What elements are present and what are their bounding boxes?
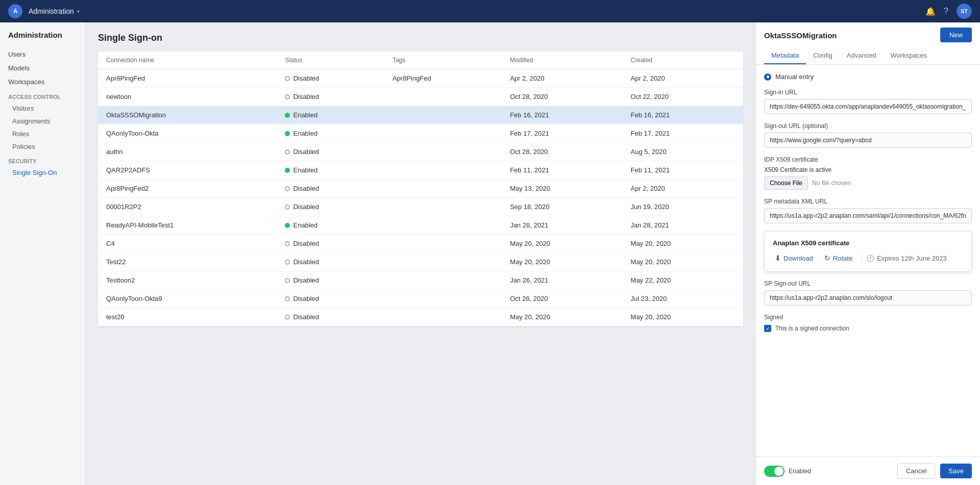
table-row[interactable]: test20 Disabled May 20, 2020 May 20, 202… — [98, 308, 743, 326]
status-text: Enabled — [293, 130, 317, 137]
cell-tags — [384, 253, 502, 271]
table-row[interactable]: OktaSSSOMigration Enabled Feb 16, 2021 F… — [98, 106, 743, 124]
table-row[interactable]: C4 Disabled May 20, 2020 May 20, 2020 — [98, 235, 743, 253]
cell-created: Feb 11, 2021 — [623, 161, 743, 180]
table-container: Connection name Status Tags Modified Cre… — [98, 52, 743, 326]
file-name-text: No file chosen — [812, 180, 851, 187]
table-row[interactable]: Test22 Disabled May 20, 2020 May 20, 202… — [98, 253, 743, 271]
cell-created: Apr 2, 2020 — [623, 180, 743, 198]
cell-tags — [384, 143, 502, 161]
cell-tags — [384, 271, 502, 290]
col-modified[interactable]: Modified — [502, 52, 622, 69]
sp-signout-input[interactable] — [764, 290, 972, 305]
cell-connection-name: authn — [98, 143, 277, 161]
cell-tags — [384, 106, 502, 124]
sign-out-url-input[interactable] — [764, 133, 972, 148]
cell-status: Disabled — [277, 198, 384, 216]
app-logo: A — [8, 4, 22, 18]
signed-checkbox[interactable]: ✓ — [764, 325, 771, 332]
cell-status: Enabled — [277, 124, 384, 143]
cert-expiry: 🕐 Expires 12th June 2023 — [862, 254, 947, 262]
sp-signout-label: SP Sign-out URL — [764, 280, 972, 287]
sp-metadata-input[interactable] — [764, 208, 972, 223]
cell-tags — [384, 124, 502, 143]
table-row[interactable]: ReadyAPI-MobileTest1 Enabled Jan 28, 202… — [98, 216, 743, 235]
save-button[interactable]: Save — [940, 464, 972, 478]
col-created[interactable]: Created — [623, 52, 743, 69]
table-row[interactable]: authn Disabled Oct 28, 2020 Aug 5, 2020 — [98, 143, 743, 161]
cell-tags — [384, 235, 502, 253]
sidebar-item-users[interactable]: Users — [0, 47, 85, 61]
table-row[interactable]: QAonlyToon-Okta Enabled Feb 17, 2021 Feb… — [98, 124, 743, 143]
status-dot-icon — [285, 168, 290, 173]
status-text: Enabled — [293, 111, 317, 119]
sign-in-url-section: Sign-in URL — [764, 89, 972, 114]
manual-entry-radio[interactable]: Manual entry — [764, 73, 972, 81]
nav-title[interactable]: Administration ▾ — [29, 7, 80, 15]
sidebar-item-models[interactable]: Models — [0, 61, 85, 75]
nav-chevron-icon: ▾ — [77, 9, 80, 14]
cell-connection-name: ReadyAPI-MobileTest1 — [98, 216, 277, 235]
table-row[interactable]: QAonlyToon-Okta9 Disabled Oct 28, 2020 J… — [98, 290, 743, 308]
status-dot-icon — [285, 113, 290, 118]
status-text: Disabled — [293, 93, 319, 100]
tab-config[interactable]: Config — [806, 47, 840, 64]
notification-button[interactable]: 🔔 — [925, 7, 936, 16]
main-content: New Single Sign-on Connection name Statu… — [86, 22, 755, 485]
cell-connection-name: Apr8PingFed2 — [98, 180, 277, 198]
table-row[interactable]: Apr8PingFed2 Disabled May 13, 2020 Apr 2… — [98, 180, 743, 198]
avatar[interactable]: ST — [957, 4, 972, 19]
col-connection-name[interactable]: Connection name — [98, 52, 277, 69]
sidebar-item-policies[interactable]: Policies — [0, 140, 85, 153]
cell-created: Jan 28, 2021 — [623, 216, 743, 235]
cell-modified: Apr 2, 2020 — [502, 69, 622, 88]
download-button[interactable]: ⬇ Download — [773, 252, 820, 264]
radio-dot-icon — [764, 73, 771, 81]
cell-connection-name: test20 — [98, 308, 277, 326]
status-text: Disabled — [293, 258, 319, 266]
status-dot-icon — [285, 223, 290, 228]
signed-checkbox-row[interactable]: ✓ This is a signed connection — [764, 325, 972, 332]
cell-connection-name: QAR2P2ADFS — [98, 161, 277, 180]
cell-connection-name: newtoon — [98, 88, 277, 106]
cancel-button[interactable]: Cancel — [897, 463, 935, 479]
table-row[interactable]: Testtoon2 Disabled Jan 26, 2021 May 22, … — [98, 271, 743, 290]
choose-file-button[interactable]: Choose File — [764, 176, 808, 190]
sign-in-url-input[interactable] — [764, 99, 972, 114]
status-dot-icon — [285, 315, 290, 320]
sidebar-item-visitors[interactable]: Visitors — [0, 102, 85, 115]
sidebar-item-assignments[interactable]: Assignments — [0, 115, 85, 127]
col-tags[interactable]: Tags — [384, 52, 502, 69]
status-dot-icon — [285, 149, 290, 155]
table-row[interactable]: newtoon Disabled Oct 28, 2020 Oct 22, 20… — [98, 88, 743, 106]
cell-created: Apr 2, 2020 — [623, 69, 743, 88]
help-button[interactable]: ? — [944, 7, 948, 16]
cell-modified: Jan 26, 2021 — [502, 271, 622, 290]
rotate-button[interactable]: ↻ Rotate — [822, 252, 860, 264]
table-row[interactable]: 00001R2P2 Disabled Sep 18, 2020 Jun 19, … — [98, 198, 743, 216]
cell-modified: May 13, 2020 — [502, 180, 622, 198]
status-dot-icon — [285, 131, 290, 136]
idp-cert-label: IDP X509 certificate — [764, 156, 972, 163]
table-row[interactable]: Apr8PingFed Disabled Apr8PingFed Apr 2, … — [98, 69, 743, 88]
tab-metadata[interactable]: Metadata — [764, 47, 806, 64]
cert-actions: ⬇ Download ↻ Rotate 🕐 Expires 12th June … — [773, 252, 963, 264]
cell-modified: Oct 28, 2020 — [502, 143, 622, 161]
cell-connection-name: Apr8PingFed — [98, 69, 277, 88]
enabled-toggle[interactable] — [764, 466, 785, 477]
tab-workspaces[interactable]: Workspaces — [884, 47, 934, 64]
col-status[interactable]: Status — [277, 52, 384, 69]
sidebar-item-workspaces[interactable]: Workspaces — [0, 75, 85, 89]
tab-advanced[interactable]: Advanced — [840, 47, 884, 64]
status-text: Disabled — [293, 185, 319, 192]
cell-status: Disabled — [277, 253, 384, 271]
status-text: Disabled — [293, 276, 319, 284]
sidebar-item-roles[interactable]: Roles — [0, 127, 85, 140]
panel-tabs: Metadata Config Advanced Workspaces — [764, 47, 972, 64]
sidebar-item-single-sign-on[interactable]: Single Sign-On — [0, 166, 85, 179]
cell-connection-name: C4 — [98, 235, 277, 253]
anaplan-cert-title: Anaplan X509 certificate — [773, 239, 963, 247]
table-row[interactable]: QAR2P2ADFS Enabled Feb 11, 2021 Feb 11, … — [98, 161, 743, 180]
cert-active-text: X509 Certificate is active — [764, 166, 972, 173]
cell-created: Feb 17, 2021 — [623, 124, 743, 143]
